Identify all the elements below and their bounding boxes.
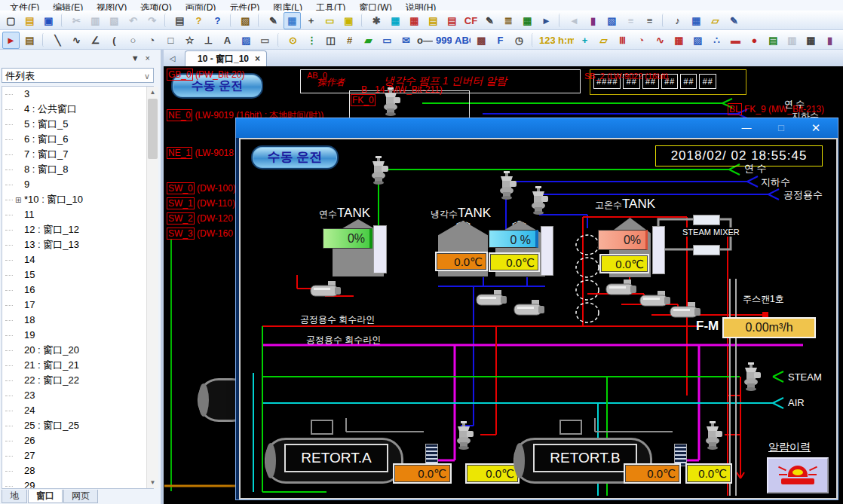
runtime-popup-window[interactable]: — □ ✕	[235, 118, 838, 500]
bulb-icon[interactable]: ⊙	[284, 32, 302, 49]
combo-icon[interactable]: ▭	[379, 32, 396, 49]
line-icon[interactable]: ╲	[49, 32, 66, 49]
exit-icon[interactable]: ◄	[566, 12, 583, 29]
tree-item[interactable]: 3	[2, 87, 153, 102]
message-icon[interactable]: ✉	[397, 32, 415, 49]
panel-tab[interactable]: 地	[2, 490, 27, 503]
menu-item[interactable]: 画面(D)	[179, 2, 223, 11]
traffic-light-icon[interactable]: ⋮	[303, 32, 320, 49]
sound-icon[interactable]: ♪	[669, 12, 686, 29]
rect-icon[interactable]: □	[162, 32, 179, 49]
separator[interactable]	[258, 14, 261, 27]
tree-item[interactable]: 16	[2, 283, 153, 298]
tab-close-icon[interactable]: ×	[255, 53, 260, 64]
close-button[interactable]: ✕	[805, 121, 827, 136]
print-icon[interactable]: ▤	[171, 12, 189, 29]
save-to-disk-icon[interactable]: ▤	[425, 12, 442, 29]
tools-icon[interactable]: ✱	[368, 12, 385, 29]
panel-close-icon[interactable]: ×	[146, 53, 156, 63]
folder-icon[interactable]: ▰	[360, 32, 377, 49]
redo-icon[interactable]: ↷	[143, 12, 161, 29]
copy-icon[interactable]: ▥	[87, 12, 104, 29]
clock-icon[interactable]: ◷	[510, 32, 528, 49]
scale-icon[interactable]: ⊥	[200, 32, 217, 49]
alarm-lamp-icon[interactable]: ●	[746, 32, 763, 49]
save-icon[interactable]: ▣	[40, 12, 57, 29]
list2-icon[interactable]: ≡	[641, 12, 658, 29]
polygon-icon[interactable]: ☆	[181, 32, 198, 49]
numeric-input-icon[interactable]: #	[341, 32, 358, 49]
separator[interactable]	[559, 14, 562, 27]
tree-item[interactable]: 9	[2, 177, 153, 192]
move-icon[interactable]: +	[576, 32, 593, 49]
tab-scroll-left-icon[interactable]: ◁	[167, 53, 178, 64]
tree-item[interactable]: 6 : 窗口_6	[2, 132, 153, 147]
library-icon[interactable]: ▮	[584, 12, 602, 29]
separator[interactable]	[532, 33, 535, 47]
windows-cascade-icon[interactable]: ▣	[340, 12, 357, 29]
trend-icon[interactable]: ∿	[651, 32, 669, 49]
ellipse-icon[interactable]: ○	[124, 32, 142, 49]
separator[interactable]	[277, 33, 280, 47]
paste-icon[interactable]: ▧	[106, 12, 123, 29]
panel-tab[interactable]: 窗口	[28, 490, 63, 503]
cf-card-icon[interactable]: CF	[462, 12, 480, 29]
panel-icon[interactable]: ▭	[256, 32, 274, 49]
key-icon[interactable]: o—	[416, 32, 434, 49]
tree-item[interactable]: 17	[2, 298, 153, 313]
panel-title-bar[interactable]: ▼×	[0, 50, 161, 66]
pie-icon[interactable]: ◔	[143, 32, 161, 49]
display-time-icon[interactable]: h:m	[557, 32, 575, 49]
bar-chart-icon[interactable]: Ⅲ	[614, 32, 631, 49]
pen-icon[interactable]: ✎	[265, 12, 282, 29]
tree-item[interactable]: 26	[2, 433, 153, 448]
menu-item[interactable]: 说明(H)	[399, 2, 443, 11]
separator[interactable]	[61, 14, 64, 27]
memo-icon[interactable]: ✎	[725, 12, 743, 29]
tree-item[interactable]: 11	[2, 207, 153, 222]
menu-item[interactable]: 图库(L)	[266, 2, 309, 11]
separator[interactable]	[230, 14, 233, 27]
date-icon[interactable]: ▦	[802, 32, 820, 49]
context-help-icon[interactable]: ?	[209, 12, 226, 29]
text-icon[interactable]: A	[219, 32, 236, 49]
new-icon[interactable]: ▢	[2, 12, 20, 29]
menu-item[interactable]: 编辑(E)	[46, 2, 90, 11]
about-icon[interactable]: ?	[190, 12, 207, 29]
panel-pin-icon[interactable]: ▼	[131, 53, 146, 63]
tree-expander-icon[interactable]: ⊞	[15, 193, 24, 208]
alarm-bar-icon[interactable]: ▬	[727, 32, 744, 49]
download-icon[interactable]: ▦	[387, 12, 404, 29]
flow-block-icon[interactable]: ▱	[595, 32, 612, 49]
tree-item[interactable]: 12 : 窗口_12	[2, 222, 153, 237]
backup-icon[interactable]: ▤	[840, 32, 843, 49]
minimize-button[interactable]: —	[735, 121, 758, 136]
popup-title-bar[interactable]: — □ ✕	[236, 118, 838, 138]
tree-item[interactable]: 19	[2, 328, 153, 343]
menu-item[interactable]: 窗口(W)	[352, 2, 398, 11]
chevron-down-icon[interactable]: ∨	[144, 69, 150, 84]
scroll-up-icon[interactable]: ▲	[147, 87, 158, 98]
picture-icon[interactable]: ▧	[603, 12, 621, 29]
simulate-icon[interactable]: ►	[538, 12, 555, 29]
tree-scrollbar[interactable]: ▲ ▼	[146, 87, 158, 488]
schedule-icon[interactable]: ▦	[688, 12, 705, 29]
window-icon[interactable]: ▭	[321, 12, 339, 29]
properties-icon[interactable]: ▤	[21, 32, 38, 49]
function-icon[interactable]: F	[492, 32, 509, 49]
image-icon[interactable]: ▨	[238, 32, 255, 49]
select-icon[interactable]: ►	[2, 32, 20, 49]
upload-icon[interactable]: ▦	[406, 12, 423, 29]
gauge-icon[interactable]: ◔	[633, 32, 650, 49]
panel-tab[interactable]: 网页	[63, 490, 98, 503]
tree-item[interactable]: 8 : 窗口_8	[2, 162, 153, 177]
history-icon[interactable]: ▥	[783, 32, 801, 49]
document-tab[interactable]: 10 - 窗口_10×	[185, 50, 267, 66]
tree-item[interactable]: 5 : 窗口_5	[2, 117, 153, 132]
tree-item[interactable]: 27	[2, 448, 153, 463]
tree-item[interactable]: 25 : 窗口_25	[2, 418, 153, 433]
sampling-icon[interactable]: ▮	[821, 32, 838, 49]
tree-item[interactable]: 4 : 公共窗口	[2, 102, 153, 117]
arc-icon[interactable]: (	[106, 32, 123, 49]
alarm-history-button[interactable]	[767, 457, 829, 493]
